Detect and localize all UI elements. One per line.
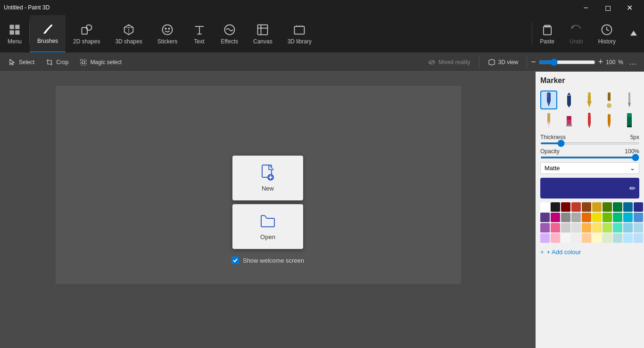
color-swatch[interactable] bbox=[561, 233, 570, 243]
add-color-button[interactable]: + + Add colour bbox=[540, 247, 639, 257]
toolbar-text[interactable]: Text bbox=[185, 15, 214, 52]
color-swatch[interactable] bbox=[613, 213, 622, 222]
color-swatch[interactable] bbox=[571, 213, 581, 222]
close-button[interactable]: ✕ bbox=[619, 0, 640, 15]
show-welcome-checkbox[interactable] bbox=[231, 257, 239, 264]
svg-rect-31 bbox=[566, 124, 572, 126]
svg-rect-26 bbox=[628, 92, 630, 103]
color-swatch[interactable] bbox=[561, 213, 570, 222]
brush-pixel[interactable] bbox=[621, 91, 638, 109]
color-edit-icon[interactable]: ✏ bbox=[629, 184, 636, 193]
color-swatch[interactable] bbox=[592, 233, 602, 243]
toolbar-2dshapes[interactable]: 2D shapes bbox=[66, 15, 107, 52]
new-button[interactable]: New bbox=[232, 156, 303, 200]
color-swatch[interactable] bbox=[623, 233, 633, 243]
svg-rect-11 bbox=[295, 26, 305, 34]
zoom-minus[interactable]: − bbox=[531, 57, 536, 67]
color-swatch[interactable] bbox=[634, 202, 643, 212]
color-swatch[interactable] bbox=[623, 213, 633, 222]
color-swatch[interactable] bbox=[571, 233, 581, 243]
svg-rect-13 bbox=[543, 26, 551, 35]
color-swatch[interactable] bbox=[571, 223, 581, 232]
view-3d-btn[interactable]: 3D view bbox=[483, 57, 523, 68]
brush-calligraphy[interactable] bbox=[561, 91, 578, 109]
color-swatch[interactable] bbox=[551, 202, 560, 212]
color-swatch[interactable] bbox=[613, 223, 622, 232]
color-swatch[interactable] bbox=[551, 223, 560, 232]
color-swatch[interactable] bbox=[551, 233, 560, 243]
toolbar-menu[interactable]: Menu bbox=[0, 15, 29, 52]
toolbar-brushes[interactable]: Brushes bbox=[30, 15, 66, 52]
color-swatch[interactable] bbox=[582, 213, 591, 222]
color-swatch[interactable] bbox=[540, 213, 550, 222]
canvas-area: New Open Show welcome screen bbox=[0, 72, 536, 348]
color-swatch[interactable] bbox=[623, 202, 633, 212]
brush-special[interactable] bbox=[621, 111, 638, 130]
toolbar-3dshapes[interactable]: 3D shapes bbox=[107, 15, 149, 52]
thickness-control: Thickness 5px bbox=[540, 134, 639, 144]
toolbar-3dlibrary[interactable]: 3D library bbox=[280, 15, 319, 52]
color-swatch[interactable] bbox=[592, 223, 602, 232]
zoom-unit: % bbox=[618, 59, 623, 66]
color-swatch[interactable] bbox=[613, 233, 622, 243]
toolbar-canvas[interactable]: Canvas bbox=[246, 15, 280, 52]
color-swatch[interactable] bbox=[634, 213, 643, 222]
mixed-reality-btn[interactable]: Mixed reality bbox=[423, 57, 475, 68]
magic-select-tool[interactable]: Magic select bbox=[75, 57, 126, 68]
brush-fill[interactable] bbox=[601, 111, 618, 130]
color-swatch[interactable] bbox=[592, 202, 602, 212]
zoom-slider[interactable] bbox=[539, 58, 595, 66]
color-swatch[interactable] bbox=[540, 202, 550, 212]
more-button[interactable]: … bbox=[625, 56, 640, 68]
toolbar-stickers[interactable]: Stickers bbox=[150, 15, 185, 52]
brush-pencil[interactable] bbox=[540, 111, 557, 130]
brush-marker[interactable] bbox=[540, 91, 557, 109]
brush-eraser[interactable] bbox=[561, 111, 578, 130]
toolbar-history[interactable]: History bbox=[591, 15, 623, 52]
color-swatch[interactable] bbox=[582, 223, 591, 232]
zoom-plus[interactable]: + bbox=[598, 57, 603, 67]
toolbar-effects[interactable]: Effects bbox=[214, 15, 246, 52]
select-tool[interactable]: Select bbox=[4, 57, 39, 68]
brush-oil[interactable] bbox=[581, 91, 598, 109]
select-label: Select bbox=[19, 59, 34, 66]
finish-dropdown[interactable]: Matte ⌄ bbox=[540, 162, 639, 174]
color-swatch[interactable] bbox=[540, 233, 550, 243]
svg-rect-15 bbox=[81, 59, 86, 65]
color-swatch[interactable] bbox=[571, 202, 581, 212]
color-preview[interactable]: ✏ bbox=[540, 178, 639, 199]
opacity-slider[interactable] bbox=[540, 157, 639, 158]
toolbar-collapse[interactable] bbox=[623, 15, 644, 52]
color-swatch[interactable] bbox=[613, 202, 622, 212]
color-swatch[interactable] bbox=[623, 223, 633, 232]
thickness-slider[interactable] bbox=[540, 142, 639, 144]
toolbar-3dshapes-label: 3D shapes bbox=[115, 38, 142, 45]
color-swatch[interactable] bbox=[540, 223, 550, 232]
color-swatch[interactable] bbox=[561, 223, 570, 232]
color-swatch[interactable] bbox=[603, 233, 612, 243]
color-swatch[interactable] bbox=[634, 223, 643, 232]
panel-title: Marker bbox=[540, 76, 639, 85]
color-swatch[interactable] bbox=[603, 223, 612, 232]
color-swatch[interactable] bbox=[603, 202, 612, 212]
color-swatch[interactable] bbox=[582, 202, 591, 212]
brush-watercolor[interactable] bbox=[601, 91, 618, 109]
window-controls: – ◻ ✕ bbox=[575, 0, 640, 15]
crop-tool[interactable]: Crop bbox=[41, 57, 73, 68]
maximize-button[interactable]: ◻ bbox=[597, 0, 619, 15]
color-swatch[interactable] bbox=[561, 202, 570, 212]
open-button[interactable]: Open bbox=[232, 204, 303, 249]
crop-label: Crop bbox=[56, 59, 68, 66]
color-swatch[interactable] bbox=[592, 213, 602, 222]
main-toolbar: Menu Brushes 2D shapes 3D shapes bbox=[0, 15, 644, 53]
color-swatch[interactable] bbox=[582, 233, 591, 243]
toolbar-undo[interactable]: Undo bbox=[562, 15, 591, 52]
color-swatch[interactable] bbox=[634, 233, 643, 243]
color-palette bbox=[540, 202, 639, 243]
color-swatch[interactable] bbox=[551, 213, 560, 222]
toolbar-paste[interactable]: Paste bbox=[532, 15, 562, 52]
toolbar-2dshapes-label: 2D shapes bbox=[73, 38, 100, 45]
brush-spray[interactable] bbox=[581, 111, 598, 130]
color-swatch[interactable] bbox=[603, 213, 612, 222]
minimize-button[interactable]: – bbox=[575, 0, 597, 15]
